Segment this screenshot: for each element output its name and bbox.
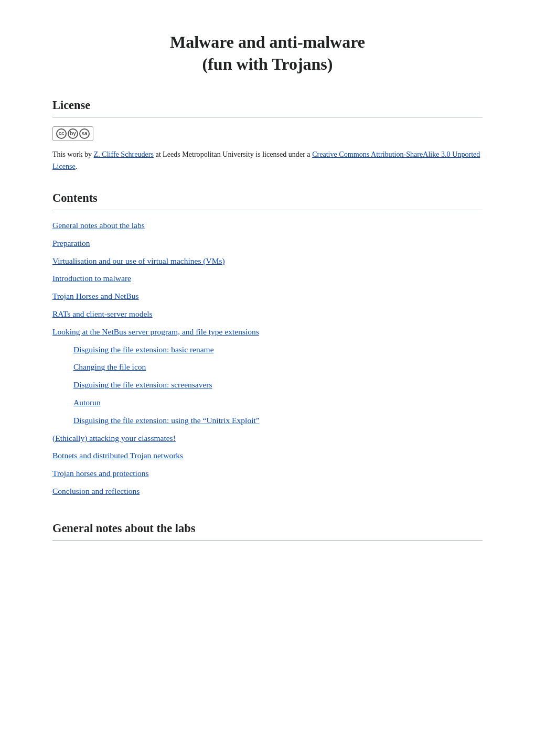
list-item: Disguising the file extension: basic ren… bbox=[52, 343, 483, 357]
contents-link[interactable]: Trojan horses and protections bbox=[52, 469, 148, 478]
list-item: General notes about the labs bbox=[52, 219, 483, 232]
list-item: Looking at the NetBus server program, an… bbox=[52, 325, 483, 339]
contents-link[interactable]: Virtualisation and our use of virtual ma… bbox=[52, 256, 225, 265]
contents-link[interactable]: Conclusion and reflections bbox=[52, 487, 140, 495]
by-icon: by bbox=[68, 128, 78, 139]
contents-heading: Contents bbox=[52, 189, 483, 210]
cc-icon: cc bbox=[56, 128, 67, 139]
contents-link[interactable]: Preparation bbox=[52, 239, 90, 247]
contents-link[interactable]: Disguising the file extension: using the… bbox=[73, 416, 260, 425]
author-link[interactable]: Z. Cliffe Schreuders bbox=[94, 150, 154, 158]
creative-commons-badge: cc by sa bbox=[52, 126, 93, 141]
list-item: Conclusion and reflections bbox=[52, 484, 483, 498]
list-item: Autorun bbox=[52, 396, 483, 409]
contents-list: General notes about the labsPreparationV… bbox=[52, 219, 483, 498]
contents-link[interactable]: Trojan Horses and NetBus bbox=[52, 291, 139, 300]
contents-link[interactable]: Changing the file icon bbox=[73, 362, 146, 371]
list-item: Changing the file icon bbox=[52, 360, 483, 374]
license-heading: License bbox=[52, 96, 483, 117]
sa-icon: sa bbox=[79, 128, 90, 139]
contents-link[interactable]: Autorun bbox=[73, 398, 101, 407]
general-notes-heading: General notes about the labs bbox=[52, 519, 483, 541]
list-item: Disguising the file extension: using the… bbox=[52, 414, 483, 427]
list-item: Virtualisation and our use of virtual ma… bbox=[52, 254, 483, 268]
list-item: (Ethically) attacking your classmates! bbox=[52, 431, 483, 445]
list-item: Introduction to malware bbox=[52, 272, 483, 285]
list-item: Disguising the file extension: screensav… bbox=[52, 378, 483, 392]
contents-link[interactable]: Disguising the file extension: screensav… bbox=[73, 380, 212, 389]
contents-link[interactable]: Disguising the file extension: basic ren… bbox=[73, 345, 214, 354]
list-item: Preparation bbox=[52, 236, 483, 250]
page-title: Malware and anti-malware (fun with Troja… bbox=[52, 31, 483, 75]
list-item: Trojan horses and protections bbox=[52, 467, 483, 480]
list-item: Botnets and distributed Trojan networks bbox=[52, 449, 483, 462]
license-text: This work by Z. Cliffe Schreuders at Lee… bbox=[52, 148, 483, 172]
list-item: Trojan Horses and NetBus bbox=[52, 289, 483, 303]
contents-link[interactable]: General notes about the labs bbox=[52, 221, 145, 230]
contents-link[interactable]: (Ethically) attacking your classmates! bbox=[52, 434, 176, 442]
contents-link[interactable]: Botnets and distributed Trojan networks bbox=[52, 451, 183, 460]
contents-link[interactable]: Looking at the NetBus server program, an… bbox=[52, 327, 259, 336]
contents-link[interactable]: Introduction to malware bbox=[52, 274, 131, 283]
contents-link[interactable]: RATs and client-server models bbox=[52, 309, 153, 318]
list-item: RATs and client-server models bbox=[52, 307, 483, 321]
